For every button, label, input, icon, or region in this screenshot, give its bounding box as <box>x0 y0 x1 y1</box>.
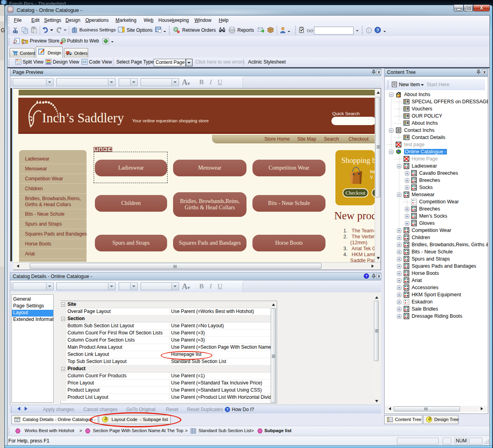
svg-text:i: i <box>368 28 369 33</box>
svg-text:?: ? <box>226 407 229 411</box>
svg-text:<>: <> <box>17 62 20 65</box>
svg-text:<>: <> <box>82 60 86 64</box>
svg-text:?: ? <box>365 274 368 278</box>
svg-text:?: ? <box>376 28 379 33</box>
